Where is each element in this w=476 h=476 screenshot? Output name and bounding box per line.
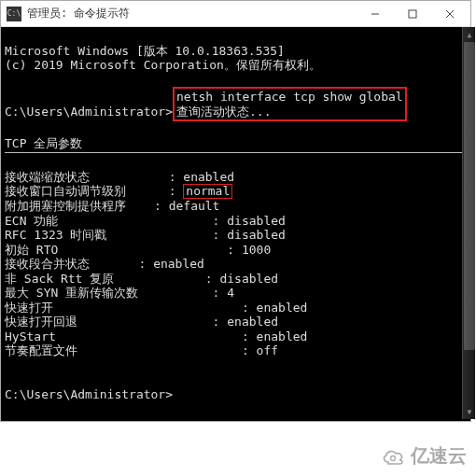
- window-title: 管理员: 命令提示符: [27, 6, 357, 21]
- command-text: netsh interface tcp show global: [176, 90, 403, 104]
- param-value: disabled: [227, 228, 286, 242]
- svg-rect-1: [409, 10, 416, 18]
- watermark-text: 亿速云: [411, 443, 467, 469]
- param-label: 最大 SYN 重新传输次数: [5, 286, 154, 301]
- maximize-button[interactable]: [394, 1, 431, 27]
- watermark: 亿速云: [381, 443, 467, 469]
- param-label: 初始 RTO: [5, 243, 154, 258]
- param-label: ECN 功能: [5, 214, 154, 229]
- section-header: TCP 全局参数: [5, 136, 82, 150]
- param-label: 附加拥塞控制提供程序: [5, 199, 154, 214]
- param-value: off: [257, 343, 278, 357]
- param-label: 快速打开: [5, 301, 154, 315]
- prompt-path: C:\Users\Administrator>: [5, 387, 173, 401]
- banner-line: Microsoft Windows [版本 10.0.18363.535]: [5, 44, 285, 58]
- svg-point-4: [391, 455, 396, 460]
- window-controls: [357, 1, 469, 27]
- param-label: 节奏配置文件: [5, 343, 154, 358]
- param-value-highlight: normal: [183, 184, 232, 199]
- param-value: enabled: [257, 301, 308, 315]
- scroll-down-icon[interactable]: ▼: [463, 404, 476, 419]
- status-line: 查询活动状态...: [176, 105, 271, 119]
- param-label: RFC 1323 时间戳: [5, 228, 154, 243]
- param-value: disabled: [219, 272, 278, 286]
- param-label: 接收窗口自动调节级别: [5, 184, 154, 199]
- param-value: disabled: [227, 214, 286, 228]
- param-label: 接收端缩放状态: [5, 170, 154, 185]
- param-value: enabled: [153, 257, 204, 271]
- param-value: 1000: [242, 243, 271, 257]
- param-label: 接收段合并状态: [5, 257, 117, 272]
- minimize-button[interactable]: [357, 1, 394, 27]
- param-label: HyStart: [5, 329, 154, 344]
- vertical-scrollbar[interactable]: ▲ ▼: [462, 27, 475, 419]
- cmd-window: C:\ 管理员: 命令提示符 Microsoft Windows [版本 10.…: [0, 0, 471, 422]
- param-value: enabled: [183, 170, 234, 184]
- param-value: 4: [227, 286, 234, 300]
- console-area[interactable]: Microsoft Windows [版本 10.0.18363.535] (c…: [1, 27, 470, 421]
- titlebar[interactable]: C:\ 管理员: 命令提示符: [1, 1, 470, 27]
- divider-line: [5, 152, 467, 153]
- param-value: enabled: [227, 315, 278, 329]
- prompt-path: C:\Users\Administrator>: [5, 105, 173, 119]
- cmd-icon: C:\: [7, 7, 21, 21]
- scrollbar-thumb[interactable]: [464, 42, 475, 350]
- param-value: default: [169, 199, 220, 213]
- cloud-icon: [381, 447, 407, 466]
- param-value: enabled: [257, 329, 308, 343]
- scroll-up-icon[interactable]: ▲: [463, 27, 476, 42]
- param-label: 快速打开回退: [5, 315, 154, 329]
- close-button[interactable]: [431, 1, 469, 27]
- param-label: 非 Sack Rtt 复原: [5, 272, 154, 287]
- banner-line: (c) 2019 Microsoft Corporation。保留所有权利。: [5, 58, 321, 72]
